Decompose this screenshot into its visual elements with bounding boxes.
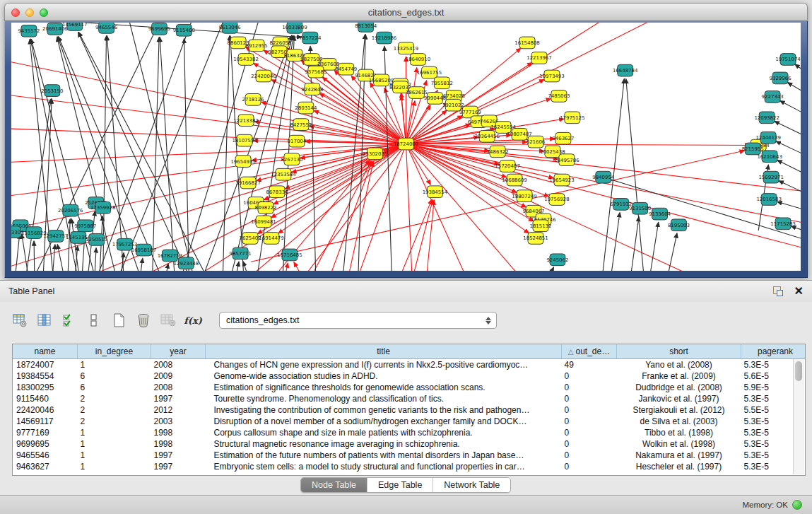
network-edge[interactable] bbox=[140, 258, 143, 271]
show-column-icon[interactable] bbox=[36, 312, 53, 329]
network-node[interactable]: 18524851 bbox=[523, 233, 548, 245]
minimize-button[interactable] bbox=[25, 8, 34, 17]
network-node[interactable]: 10543382 bbox=[233, 54, 258, 66]
network-node[interactable]: 16154808 bbox=[514, 37, 539, 49]
table-scrollbar[interactable] bbox=[793, 359, 804, 474]
network-node[interactable]: 9131500 bbox=[629, 202, 651, 214]
network-node[interactable]: 12213382 bbox=[233, 115, 258, 127]
network-node[interactable]: 917004 bbox=[288, 135, 307, 147]
network-node[interactable]: 9242848 bbox=[301, 83, 323, 95]
network-edge[interactable] bbox=[406, 144, 751, 146]
network-edge[interactable] bbox=[406, 68, 417, 144]
combobox-arrows-icon[interactable] bbox=[483, 315, 493, 327]
clear-selection-icon[interactable] bbox=[86, 312, 102, 329]
network-node[interactable]: 12016583 bbox=[756, 194, 781, 206]
network-node[interactable]: 2718126 bbox=[242, 93, 264, 105]
column-header-out_de[interactable]: △out_de… bbox=[562, 344, 617, 359]
network-node[interactable]: 16033809 bbox=[282, 23, 307, 33]
network-edge[interactable] bbox=[286, 263, 288, 271]
network-edge[interactable] bbox=[406, 144, 554, 178]
network-node[interactable]: 16099481 bbox=[251, 216, 276, 228]
network-node[interactable]: 8454749 bbox=[335, 63, 357, 75]
network-edge[interactable] bbox=[294, 262, 299, 271]
network-node[interactable]: 9115460 bbox=[173, 24, 195, 36]
network-node[interactable]: 9857771 bbox=[230, 247, 252, 259]
network-node[interactable]: 9133604 bbox=[649, 208, 671, 220]
network-node[interactable]: 9990448 bbox=[424, 93, 446, 105]
network-node[interactable]: 9227343 bbox=[762, 91, 784, 103]
table-row[interactable]: 946362711997Embryonic stem cells: a mode… bbox=[13, 461, 806, 472]
network-node[interactable]: 19751074 bbox=[775, 54, 800, 66]
network-node[interactable]: 8186328 bbox=[283, 49, 305, 62]
network-node[interactable]: 8427552 bbox=[290, 119, 312, 131]
table-row[interactable]: 977716911998Corpus callosum shape and si… bbox=[13, 427, 806, 438]
network-node[interactable]: 9435572 bbox=[18, 25, 40, 37]
network-edge[interactable] bbox=[57, 245, 65, 271]
network-node[interactable]: 7485063 bbox=[548, 90, 570, 103]
network-edge[interactable] bbox=[68, 218, 71, 271]
network-edge[interactable] bbox=[243, 262, 249, 271]
network-edge[interactable] bbox=[649, 222, 659, 271]
network-node[interactable]: 9840954 bbox=[592, 171, 614, 183]
column-header-in_degree[interactable]: in_degree bbox=[78, 344, 151, 359]
network-node[interactable]: 8498222 bbox=[255, 201, 277, 214]
network-edge[interactable] bbox=[261, 102, 406, 144]
network-edge[interactable] bbox=[604, 177, 801, 252]
network-node[interactable]: 18640910 bbox=[406, 54, 430, 66]
network-edge[interactable] bbox=[406, 144, 801, 259]
network-node[interactable]: 7955812 bbox=[431, 77, 453, 89]
network-node[interactable]: 8678334 bbox=[266, 186, 288, 198]
network-node[interactable]: 9827508 bbox=[300, 54, 322, 66]
network-edge[interactable] bbox=[547, 267, 554, 271]
network-node[interactable]: 9375685 bbox=[305, 66, 326, 78]
network-node[interactable]: 6791912 bbox=[610, 199, 632, 211]
tab-edge-table[interactable]: Edge Table bbox=[367, 478, 433, 492]
network-edge[interactable] bbox=[406, 144, 540, 271]
network-edge[interactable] bbox=[777, 201, 801, 216]
table-row[interactable]: 969969511998Structural magnetic resonanc… bbox=[13, 438, 806, 450]
network-node[interactable]: 12213967 bbox=[526, 52, 551, 64]
network-node[interactable]: 12942757 bbox=[43, 230, 68, 243]
network-node[interactable]: 8322037 bbox=[389, 81, 411, 93]
network-node[interactable]: 1815132 bbox=[529, 220, 551, 232]
network-node[interactable]: 8215955 bbox=[742, 143, 764, 155]
network-node[interactable]: 16961755 bbox=[417, 66, 442, 78]
table-mode-icon[interactable] bbox=[11, 312, 28, 329]
network-node[interactable]: 7625402 bbox=[240, 233, 261, 245]
column-header-name[interactable]: name bbox=[13, 344, 78, 359]
network-canvas[interactable]: 2718126924284828031441221338284275521810… bbox=[11, 23, 801, 271]
network-edge[interactable] bbox=[96, 23, 192, 271]
close-button[interactable] bbox=[11, 8, 20, 17]
function-builder-icon[interactable]: f(x) bbox=[184, 312, 201, 329]
network-edge[interactable] bbox=[406, 144, 413, 271]
network-edge[interactable] bbox=[152, 37, 159, 271]
tab-node-table[interactable]: Node Table bbox=[301, 478, 367, 492]
delete-table-icon[interactable] bbox=[160, 312, 177, 329]
network-node[interactable]: 8613046 bbox=[219, 23, 241, 33]
delete-column-icon[interactable] bbox=[135, 312, 152, 329]
network-node[interactable]: 8267130 bbox=[281, 153, 302, 165]
network-node[interactable]: 16648784 bbox=[613, 64, 637, 76]
network-edge[interactable] bbox=[251, 151, 744, 262]
network-edge[interactable] bbox=[776, 141, 801, 166]
network-node[interactable]: 11715283 bbox=[770, 218, 795, 230]
network-edge[interactable] bbox=[780, 100, 801, 127]
network-edge[interactable] bbox=[230, 36, 244, 271]
network-node[interactable]: 19654935 bbox=[230, 156, 255, 168]
network-edge[interactable] bbox=[427, 200, 434, 271]
network-edge[interactable] bbox=[795, 64, 801, 88]
table-row[interactable]: 946554611997Estimation of the future num… bbox=[13, 450, 806, 461]
network-node[interactable]: 20691406 bbox=[42, 23, 67, 35]
network-node[interactable]: 17975125 bbox=[560, 112, 584, 124]
column-header-pagerank[interactable]: pagerank bbox=[741, 344, 806, 359]
network-node[interactable]: 1921022 bbox=[442, 99, 464, 111]
network-node[interactable]: 7857224 bbox=[299, 32, 321, 44]
network-node[interactable]: 14569117 bbox=[62, 23, 87, 30]
column-header-title[interactable]: title bbox=[206, 344, 562, 359]
network-node[interactable]: 12353584 bbox=[271, 168, 295, 180]
network-window-titlebar[interactable]: citations_edges.txt bbox=[4, 3, 808, 21]
network-edge[interactable] bbox=[775, 121, 801, 147]
network-node[interactable]: 9245062 bbox=[546, 254, 568, 266]
network-edge[interactable] bbox=[11, 144, 406, 165]
zoom-button[interactable] bbox=[40, 8, 48, 17]
